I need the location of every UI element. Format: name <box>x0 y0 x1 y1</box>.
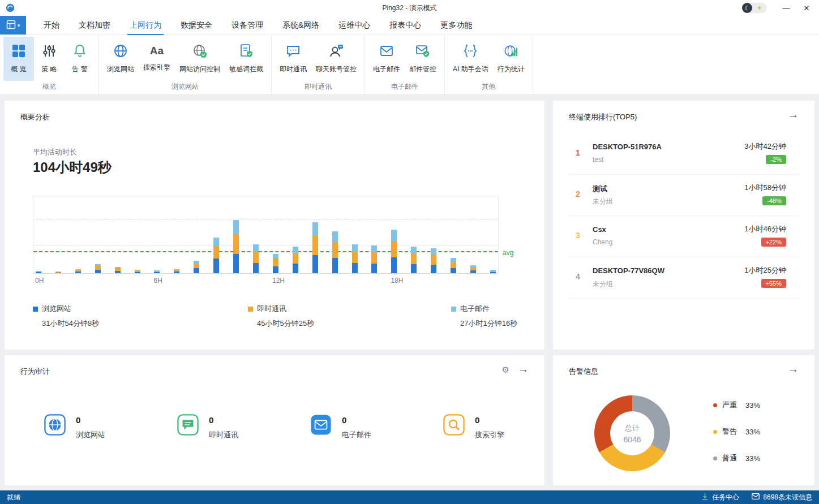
ribbon-button-im[interactable]: 即时通讯 <box>275 37 311 81</box>
chart-bar-19 <box>411 247 417 273</box>
ribbon-button-alert[interactable]: 告 警 <box>65 37 95 81</box>
audit-stat-search[interactable]: 0搜索引擎 <box>443 414 504 440</box>
status-unread-messages[interactable]: 8698条未读信息 <box>752 493 812 502</box>
alert-level-pct: 33% <box>745 401 760 410</box>
ribbon-group-label: 即时通讯 <box>272 82 365 92</box>
ribbon-button-web-access-control[interactable]: 网站访问控制 <box>175 37 225 81</box>
main-content: 概要分析 平均活动时长 104小时49秒 avg 0H6H12H18H 浏览网站… <box>0 95 819 490</box>
chart-bar-9 <box>213 238 219 273</box>
ribbon-group-browse: 浏览网站 Aa 搜索引擎 网站访问控制 敏感词拦截 浏览网站 <box>99 35 272 94</box>
braces-icon <box>463 44 478 60</box>
change-badge: -48% <box>762 196 786 205</box>
gear-icon[interactable]: ⚙ <box>502 365 509 375</box>
globe-icon <box>113 44 128 60</box>
theme-toggle[interactable]: ☾ ☀ <box>742 3 767 13</box>
ribbon-button-browse-web[interactable]: 浏览网站 <box>102 37 139 81</box>
avg-line-label: avg <box>503 249 513 257</box>
ribbon-button-behavior-stats[interactable]: 行为统计 <box>493 37 529 81</box>
tab-more-features[interactable]: 更多功能 <box>431 16 482 35</box>
arrow-right-icon[interactable]: → <box>518 363 529 376</box>
audit-stat-email[interactable]: 0电子邮件 <box>310 414 371 440</box>
terminal-group: 未分组 <box>593 197 613 206</box>
ranking-row-3[interactable]: 3 Csx Cheng 1小时46分钟 +22% <box>569 216 799 257</box>
audit-stat-browse-web[interactable]: 0浏览网站 <box>44 414 105 440</box>
ribbon-button-chat-account-control[interactable]: 聊天账号管控 <box>311 37 361 81</box>
activity-chart: avg 0H6H12H18H <box>33 196 500 285</box>
legend-dot <box>713 403 717 407</box>
globe-icon <box>44 414 66 436</box>
close-button[interactable]: ✕ <box>796 0 817 16</box>
audit-stat-im[interactable]: 0即时通讯 <box>177 414 238 440</box>
font-icon: Aa <box>150 44 164 58</box>
ribbon-button-email[interactable]: 电子邮件 <box>368 37 405 81</box>
ribbon-group-im: 即时通讯 聊天账号管控 即时通讯 <box>272 35 365 94</box>
legend-label: 即时通讯 <box>257 304 286 314</box>
panel-alert-info: 告警信息 → 总计 6046 严重 33% 警告 33% 普通 <box>553 355 814 485</box>
ribbon-button-policy[interactable]: 策 略 <box>34 37 65 81</box>
legend-label: 电子邮件 <box>460 304 490 314</box>
chart-bar-3 <box>95 264 101 273</box>
stat-value: 0 <box>76 415 105 425</box>
sun-icon: ☀ <box>752 3 767 13</box>
stat-value: 0 <box>342 415 371 425</box>
legend-swatch <box>451 307 456 312</box>
ranking-row-4[interactable]: 4 DESKTOP-77V86QW 未分组 1小时25分钟 +55% <box>569 257 799 299</box>
ribbon-group-email: 电子邮件 邮件管控 电子邮件 <box>365 35 445 94</box>
chart-bar-21 <box>451 258 456 273</box>
tab-web-behavior[interactable]: 上网行为 <box>120 16 171 35</box>
panel-title: 概要分析 <box>20 112 50 122</box>
ribbon-button-overview[interactable]: 概 览 <box>3 37 34 81</box>
ribbon-button-label: 概 览 <box>11 64 26 74</box>
tab-data-security[interactable]: 数据安全 <box>171 16 222 35</box>
terminal-name: 测试 <box>593 184 607 194</box>
window-title: Ping32 - 演示模式 <box>0 0 819 16</box>
arrow-right-icon[interactable]: → <box>788 363 799 376</box>
ranking-row-2[interactable]: 2 测试 未分组 1小时58分钟 -48% <box>569 175 799 216</box>
chevron-down-icon: ▾ <box>18 23 20 28</box>
menu-grid-icon <box>6 20 16 31</box>
ribbon-button-keyword-block[interactable]: 敏感词拦截 <box>225 37 268 81</box>
rank-number: 3 <box>576 231 580 240</box>
tab-doc-encrypt[interactable]: 文档加密 <box>69 16 120 35</box>
avg-activity-label: 平均活动时长 <box>33 147 77 157</box>
main-menu-button[interactable]: ▾ <box>0 16 26 35</box>
ribbon-button-mail-control[interactable]: 邮件管控 <box>405 37 441 81</box>
legend-swatch <box>248 307 253 312</box>
ribbon: 概 览 策 略 告 警 概览 浏览网站 Aa 搜索引擎 网 <box>0 35 819 95</box>
tab-ops-center[interactable]: 运维中心 <box>329 16 380 35</box>
tab-device-mgmt[interactable]: 设备管理 <box>222 16 273 35</box>
stat-value: 0 <box>209 415 238 425</box>
ribbon-button-label: 告 警 <box>72 64 87 74</box>
legend-email[interactable]: 电子邮件 27小时1分钟16秒 <box>451 304 517 329</box>
ribbon-group-label: 其他 <box>445 82 533 92</box>
minimize-button[interactable]: — <box>776 0 796 16</box>
chart-bar-22 <box>470 265 476 273</box>
ribbon-group-label: 概览 <box>0 82 98 92</box>
legend-value: 45小时5分钟25秒 <box>257 318 314 329</box>
rank-number: 1 <box>576 148 580 157</box>
legend-browse-web[interactable]: 浏览网站 31小时54分钟8秒 <box>33 304 99 329</box>
alert-donut-chart: 总计 6046 <box>594 395 670 471</box>
donut-center: 总计 6046 <box>610 411 654 455</box>
ribbon-button-search-engine[interactable]: Aa 搜索引擎 <box>139 37 175 81</box>
ribbon-button-label: 邮件管控 <box>409 64 436 74</box>
stat-label: 电子邮件 <box>342 430 371 440</box>
tab-start[interactable]: 开始 <box>34 16 69 35</box>
legend-im[interactable]: 即时通讯 45小时5分钟25秒 <box>248 304 314 329</box>
ranking-row-1[interactable]: 1 DESKTOP-51R976A test 3小时42分钟 -2% <box>569 133 799 175</box>
change-badge: +22% <box>761 238 786 247</box>
globe-control-icon <box>192 44 207 60</box>
terminal-group: test <box>593 156 603 163</box>
tab-system-network[interactable]: 系统&网络 <box>273 16 329 35</box>
chart-bar-2 <box>75 269 81 273</box>
chart-bar-11 <box>253 244 259 273</box>
stat-label: 搜索引擎 <box>475 430 504 440</box>
chart-bar-12 <box>273 254 278 273</box>
mail-icon <box>379 44 394 60</box>
status-task-center[interactable]: 任务中心 <box>701 493 739 502</box>
tab-report-center[interactable]: 报表中心 <box>380 16 431 35</box>
ribbon-button-ai-assistant[interactable]: AI 助手会话 <box>448 37 493 81</box>
arrow-right-icon[interactable]: → <box>788 109 799 121</box>
chart-bar-15 <box>332 231 338 273</box>
titlebar: Ping32 - 演示模式 ☾ ☀ — ✕ <box>0 0 819 16</box>
